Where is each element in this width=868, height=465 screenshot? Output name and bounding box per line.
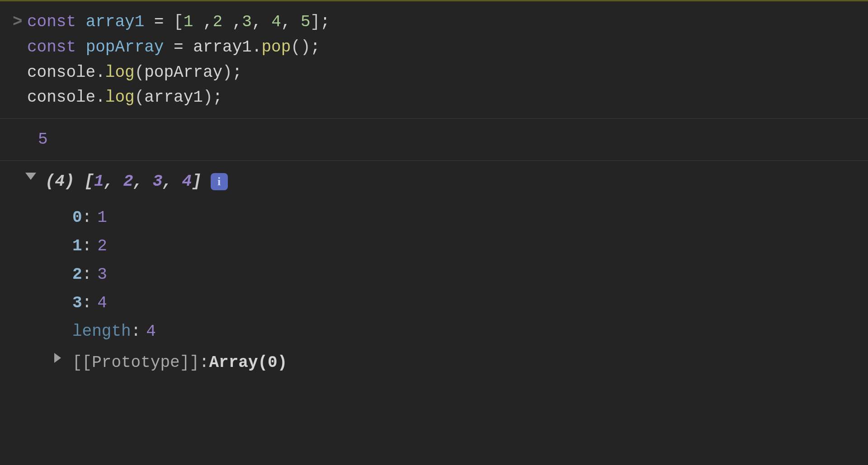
code-line-3: console.log(popArray);	[27, 60, 859, 85]
method-pop: pop	[262, 38, 291, 56]
console-output-array[interactable]: (4) [1, 2, 3, 4] i 0:1 1:2 2:3 3:4 lengt…	[0, 161, 868, 385]
identifier-popArray: popArray	[86, 38, 164, 56]
array-index-row[interactable]: 0:1	[72, 203, 859, 232]
output-value: 5	[27, 130, 48, 149]
array-prototype-row[interactable]: [[Prototype]]: Array(0)	[72, 346, 859, 377]
keyword-const: const	[27, 38, 76, 56]
devtools-console: > const array1 = [1 ,2 ,3, 4, 5]; const …	[0, 1, 868, 385]
array-summary-row[interactable]: (4) [1, 2, 3, 4] i	[45, 169, 859, 194]
console-input-entry[interactable]: > const array1 = [1 ,2 ,3, 4, 5]; const …	[0, 1, 868, 119]
input-prompt-icon: >	[13, 9, 23, 35]
array-length-row[interactable]: length:4	[72, 317, 859, 346]
chevron-down-icon[interactable]	[25, 173, 36, 180]
keyword-const: const	[27, 13, 76, 31]
array-index-row[interactable]: 1:2	[72, 232, 859, 260]
code-line-1: const array1 = [1 ,2 ,3, 4, 5];	[27, 9, 859, 35]
array-length-label: (4)	[45, 172, 75, 191]
code-line-2: const popArray = array1.pop();	[27, 35, 859, 60]
info-icon[interactable]: i	[211, 173, 228, 190]
console-output-number[interactable]: 5	[0, 119, 868, 161]
array-index-row[interactable]: 3:4	[72, 289, 859, 317]
method-log: log	[105, 63, 135, 82]
identifier-array1: array1	[86, 13, 145, 31]
code-line-4: console.log(array1);	[27, 85, 859, 110]
method-log: log	[105, 88, 135, 107]
array-properties: 0:1 1:2 2:3 3:4 length:4 [[Prototype]]: …	[45, 194, 859, 377]
array-index-row[interactable]: 2:3	[72, 260, 859, 289]
chevron-right-icon[interactable]	[54, 353, 61, 363]
